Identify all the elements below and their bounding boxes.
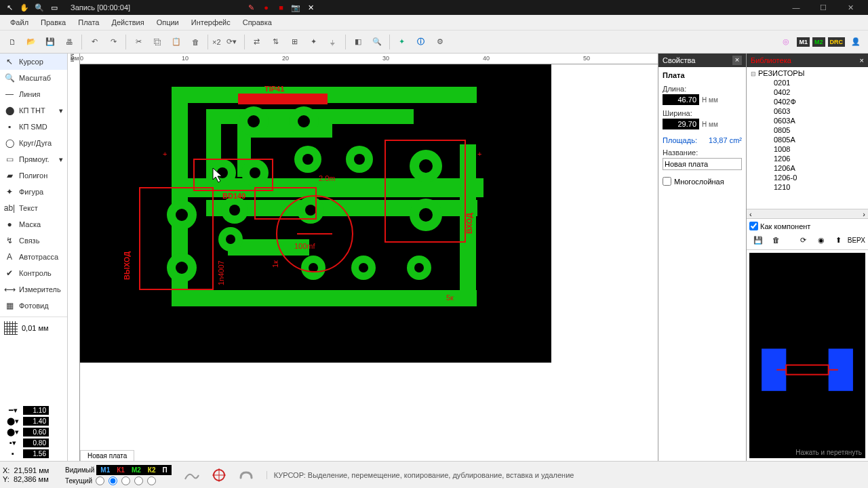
route-icon[interactable] bbox=[182, 466, 201, 485]
mirror-h-icon[interactable]: ⇄ bbox=[249, 34, 265, 50]
track-width-3[interactable]: ▪▾0.80 bbox=[3, 438, 64, 447]
find-icon[interactable]: 🔍 bbox=[369, 34, 385, 50]
track-width-0[interactable]: ━▾1.10 bbox=[3, 405, 64, 415]
tool-poly[interactable]: ▰Полигон bbox=[0, 167, 67, 184]
new-icon[interactable]: 🗋 bbox=[4, 34, 20, 50]
component-tree[interactable]: РЕЗИСТОРЫ020104020402Ф06030603A08050805A… bbox=[747, 67, 868, 209]
menu-Файл[interactable]: Файл bbox=[4, 16, 35, 28]
width-input[interactable]: 29.70 bbox=[663, 119, 699, 129]
tree-item[interactable]: 0805A bbox=[748, 135, 867, 144]
minimize-button[interactable]: ― bbox=[783, 0, 810, 15]
scroll-left-icon[interactable]: ‹ bbox=[749, 210, 752, 218]
layer-radio-П[interactable] bbox=[147, 476, 156, 485]
save-icon[interactable]: 💾 bbox=[42, 34, 58, 50]
rec-dot-icon[interactable]: ● bbox=[260, 2, 271, 13]
layer-М2[interactable]: М2 bbox=[129, 466, 144, 474]
tool-line[interactable]: ―Линия bbox=[0, 86, 67, 102]
layer-radio-К2[interactable] bbox=[134, 476, 143, 485]
m1-btn[interactable]: М1 bbox=[797, 37, 810, 47]
multilayer-checkbox[interactable] bbox=[663, 177, 671, 186]
menu-Интерфейс[interactable]: Интерфейс bbox=[185, 16, 237, 28]
tree-item[interactable]: 0805 bbox=[748, 125, 867, 135]
tool-link[interactable]: ↯Связь bbox=[0, 232, 67, 249]
close-rec-icon[interactable]: ✕ bbox=[305, 2, 316, 13]
print-icon[interactable]: 🖶 bbox=[61, 34, 77, 50]
loop-icon[interactable] bbox=[237, 466, 256, 485]
tab-board[interactable]: Новая плата bbox=[80, 450, 134, 461]
info-icon[interactable]: ⓘ bbox=[413, 34, 429, 50]
tree-item[interactable]: 1210 bbox=[748, 182, 867, 192]
mirror-v-icon[interactable]: ⇅ bbox=[268, 34, 284, 50]
m2-btn[interactable]: М2 bbox=[812, 37, 825, 47]
menu-Действия[interactable]: Действия bbox=[105, 16, 150, 28]
crosshair-icon[interactable] bbox=[210, 466, 229, 485]
track-width-2[interactable]: ⬤▾0.60 bbox=[3, 427, 64, 436]
snap-icon[interactable]: ✦ bbox=[306, 34, 322, 50]
transp-icon[interactable]: ◧ bbox=[350, 34, 366, 50]
tool-text[interactable]: ab|Текст bbox=[0, 200, 67, 216]
tree-item[interactable]: 1206A bbox=[748, 163, 867, 173]
layer-radio-К1[interactable] bbox=[108, 476, 117, 485]
tree-item[interactable]: 0402Ф bbox=[748, 97, 867, 106]
pencil-icon[interactable]: ✎ bbox=[245, 2, 256, 13]
drc-btn[interactable]: DRC bbox=[828, 37, 846, 47]
tool-arc[interactable]: ◯Круг/Дуга bbox=[0, 135, 67, 151]
drc-icon[interactable]: ✦ bbox=[394, 34, 410, 50]
tool-tht[interactable]: ⬤КП ТНТ▾ bbox=[0, 102, 67, 119]
cut-icon[interactable]: ✂ bbox=[130, 34, 146, 50]
open-icon[interactable]: 📂 bbox=[23, 34, 39, 50]
tree-item[interactable]: 1206 bbox=[748, 154, 867, 163]
copy-icon[interactable]: ⿻ bbox=[149, 34, 165, 50]
refresh-lib-icon[interactable]: ⟳ bbox=[797, 233, 810, 247]
tree-item[interactable]: 0603 bbox=[748, 106, 867, 116]
person-icon[interactable]: 👤 bbox=[848, 34, 864, 50]
tool-auto[interactable]: AАвтотрасса bbox=[0, 249, 67, 265]
top-lib-icon[interactable]: ⬆ bbox=[832, 233, 846, 247]
layer-М1[interactable]: М1 bbox=[98, 466, 113, 474]
tree-item[interactable]: 1206-0 bbox=[748, 173, 867, 182]
scroll-right-icon[interactable]: › bbox=[863, 210, 865, 218]
paste-icon[interactable]: 📋 bbox=[168, 34, 184, 50]
track-width-1[interactable]: ⬤▾1.40 bbox=[3, 416, 64, 426]
layer-К2[interactable]: К2 bbox=[145, 466, 159, 474]
tool-meas[interactable]: ⟷Измеритель bbox=[0, 281, 67, 298]
layer-radio-М1[interactable] bbox=[96, 476, 104, 485]
align-icon[interactable]: ⊞ bbox=[287, 34, 303, 50]
layer-radio-М2[interactable] bbox=[121, 476, 130, 485]
name-input[interactable] bbox=[663, 158, 742, 170]
menu-Правка[interactable]: Правка bbox=[35, 16, 72, 28]
delete-lib-icon[interactable]: 🗑 bbox=[769, 233, 783, 247]
menu-Плата[interactable]: Плата bbox=[72, 16, 105, 28]
target-icon[interactable]: ◎ bbox=[778, 34, 794, 50]
tool-photo[interactable]: ▦Фотовид bbox=[0, 298, 67, 314]
tool-cursor[interactable]: ↖Курсор bbox=[0, 54, 67, 70]
tool-shape[interactable]: ✦Фигура bbox=[0, 184, 67, 200]
rotate-icon[interactable]: ⟳▾ bbox=[224, 34, 240, 50]
close-button[interactable]: ✕ bbox=[837, 0, 864, 15]
tree-item[interactable]: 1008 bbox=[748, 144, 867, 154]
layer-К1[interactable]: К1 bbox=[114, 466, 127, 474]
menu-Справка[interactable]: Справка bbox=[237, 16, 278, 28]
tool-check[interactable]: ✔Контроль bbox=[0, 265, 67, 281]
gnd-icon[interactable]: ⏚ bbox=[325, 34, 341, 50]
undo-icon[interactable]: ↶ bbox=[86, 34, 102, 50]
pcb-canvas[interactable]: TIP41 BD140 100mf 2.0m ВЫХОД ВХОД 1n4007… bbox=[80, 64, 551, 363]
x2-icon[interactable]: ×2 bbox=[212, 34, 221, 50]
redo-icon[interactable]: ↷ bbox=[105, 34, 121, 50]
grid-setting[interactable]: 0,01 мм bbox=[0, 317, 67, 339]
layer-П[interactable]: П bbox=[159, 466, 170, 474]
as-component-checkbox[interactable] bbox=[749, 222, 758, 230]
close-library-icon[interactable]: × bbox=[860, 56, 864, 64]
camera-icon[interactable]: 📷 bbox=[290, 2, 301, 13]
gear-icon[interactable]: ⚙ bbox=[432, 34, 448, 50]
tool-mask[interactable]: ●Маска bbox=[0, 216, 67, 232]
close-properties-icon[interactable]: × bbox=[732, 56, 742, 65]
tree-root[interactable]: РЕЗИСТОРЫ bbox=[748, 68, 867, 78]
maximize-button[interactable]: ☐ bbox=[810, 0, 837, 15]
layer-lib-icon[interactable]: ◉ bbox=[814, 233, 828, 247]
tool-rect[interactable]: ▭Прямоуг.▾ bbox=[0, 151, 67, 167]
track-width-4[interactable]: ▪1.56 bbox=[3, 449, 64, 458]
tool-zoom[interactable]: 🔍Масштаб bbox=[0, 70, 67, 86]
tree-item[interactable]: 0201 bbox=[748, 78, 867, 87]
save-lib-icon[interactable]: 💾 bbox=[751, 233, 765, 247]
